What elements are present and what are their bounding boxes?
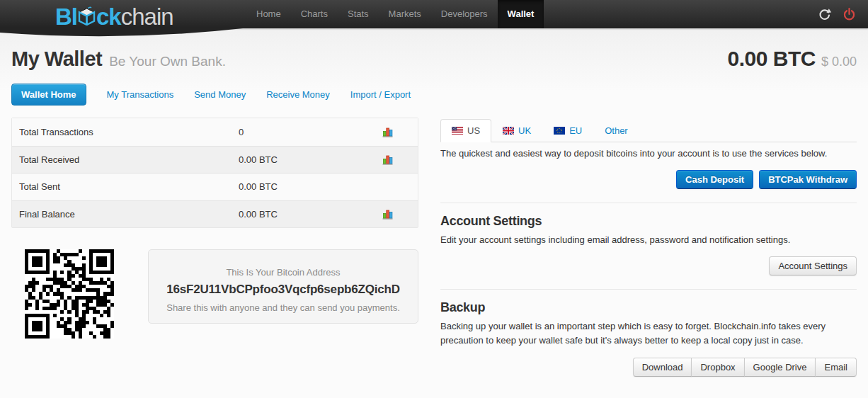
uk-flag-icon — [503, 127, 514, 135]
email-button[interactable]: Email — [815, 358, 857, 377]
cash-deposit-button[interactable]: Cash Deposit — [676, 170, 753, 189]
stat-value: 0.00 BTC — [239, 209, 357, 220]
cube-icon — [78, 2, 96, 33]
btcpak-withdraw-button[interactable]: BTCPak Withdraw — [759, 170, 857, 189]
refresh-icon[interactable] — [817, 7, 832, 22]
region-tab-label: Other — [605, 125, 628, 136]
tab-uk[interactable]: UK — [491, 119, 542, 142]
table-row: Final Balance 0.00 BTC — [12, 200, 418, 228]
eu-flag-icon — [554, 127, 565, 135]
nav-actions — [817, 0, 857, 28]
stat-label: Total Received — [19, 154, 239, 165]
page-body: My Wallet Be Your Own Bank. 0.00 BTC $ 0… — [0, 28, 868, 377]
region-tabs: US UK — [440, 119, 857, 142]
address-note: Share this with anyone and they can send… — [156, 302, 411, 313]
nav-item-home[interactable]: Home — [246, 0, 291, 28]
logo-text: chain — [121, 1, 173, 33]
main-nav: Home Charts Stats Markets Developers Wal… — [246, 0, 544, 28]
region-tab-label: US — [467, 125, 480, 136]
logo-text: ck — [96, 1, 121, 33]
tab-my-transactions[interactable]: My Transactions — [107, 89, 174, 100]
dropbox-button[interactable]: Dropbox — [691, 358, 744, 377]
table-row: Total Sent 0.00 BTC — [12, 173, 418, 200]
tab-other[interactable]: Other — [593, 119, 639, 142]
google-drive-button[interactable]: Google Drive — [744, 358, 816, 377]
divider — [440, 289, 857, 290]
wallet-balance: 0.00 BTC $ 0.00 — [728, 47, 857, 71]
power-icon[interactable] — [842, 7, 857, 22]
us-flag-icon — [452, 127, 463, 135]
nav-item-charts[interactable]: Charts — [291, 0, 338, 28]
bar-chart-icon[interactable] — [382, 126, 394, 138]
nav-item-developers[interactable]: Developers — [431, 0, 498, 28]
bar-chart-icon[interactable] — [382, 208, 394, 220]
balance-fiat: $ 0.00 — [821, 55, 857, 69]
stat-label: Total Sent — [19, 181, 239, 192]
tab-receive-money[interactable]: Receive Money — [266, 89, 330, 100]
account-settings-heading: Account Settings — [440, 214, 857, 229]
account-settings-button[interactable]: Account Settings — [769, 256, 857, 275]
divider — [440, 203, 857, 203]
wallet-tabs: Wallet Home My Transactions Send Money R… — [11, 84, 857, 106]
stat-value: 0 — [239, 127, 357, 137]
top-navbar: Bl ck chain Home Charts Stats Markets De… — [0, 0, 868, 28]
tab-send-money[interactable]: Send Money — [194, 89, 246, 100]
region-tab-label: EU — [569, 125, 582, 136]
deposit-text: The quickest and easiest way to deposit … — [440, 147, 857, 161]
backup-text: Backing up your wallet is an important s… — [440, 319, 857, 348]
backup-buttons: Download Dropbox Google Drive Email — [440, 358, 857, 377]
stat-value: 0.00 BTC — [239, 154, 357, 165]
tab-us[interactable]: US — [440, 119, 491, 142]
bitcoin-address: 16sF2U11VbCPpfoo3Vqcfp6sepb6ZQichD — [156, 283, 411, 297]
address-title: This Is Your Bitcoin Address — [156, 267, 411, 278]
qr-code — [25, 249, 114, 339]
account-settings-text: Edit your account settings including ema… — [440, 233, 857, 247]
balance-btc: 0.00 BTC — [728, 47, 816, 71]
address-row: This Is Your Bitcoin Address 16sF2U11VbC… — [11, 249, 418, 339]
page-subtitle: Be Your Own Bank. — [109, 54, 226, 69]
bitcoin-address-panel: This Is Your Bitcoin Address 16sF2U11VbC… — [148, 249, 418, 324]
deposit-buttons: Cash Deposit BTCPak Withdraw — [440, 170, 857, 189]
tab-import-export[interactable]: Import / Export — [350, 89, 411, 100]
nav-item-markets[interactable]: Markets — [379, 0, 431, 28]
tab-eu[interactable]: EU — [542, 119, 593, 142]
table-row: Total Transactions 0 — [12, 118, 418, 146]
bar-chart-icon[interactable] — [382, 154, 394, 166]
stat-value: 0.00 BTC — [239, 181, 357, 192]
nav-item-wallet[interactable]: Wallet — [498, 0, 544, 28]
stats-table: Total Transactions 0 Total Received 0.00… — [11, 118, 418, 228]
stat-label: Final Balance — [19, 209, 239, 220]
stat-label: Total Transactions — [19, 127, 239, 137]
table-row: Total Received 0.00 BTC — [12, 146, 418, 174]
logo[interactable]: Bl ck chain — [55, 1, 173, 33]
download-button[interactable]: Download — [633, 358, 692, 377]
page-title: My Wallet — [11, 47, 102, 71]
tab-wallet-home[interactable]: Wallet Home — [11, 84, 86, 106]
nav-item-stats[interactable]: Stats — [338, 0, 379, 28]
backup-heading: Backup — [440, 300, 857, 315]
logo-text: Bl — [55, 1, 77, 33]
region-tab-label: UK — [518, 125, 531, 136]
